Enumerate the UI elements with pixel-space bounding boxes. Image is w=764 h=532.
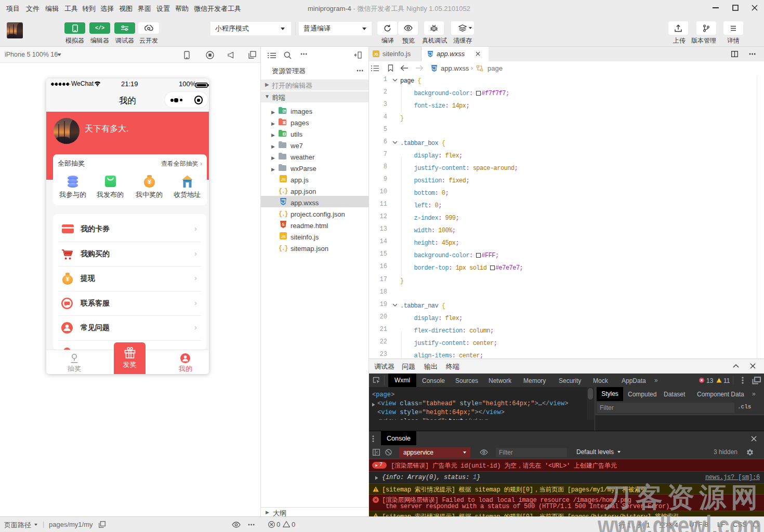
svg-text:5: 5 bbox=[282, 222, 284, 227]
svg-text:JS: JS bbox=[281, 234, 285, 239]
svg-text:JS: JS bbox=[374, 52, 378, 56]
svg-text:JS: JS bbox=[281, 177, 285, 182]
